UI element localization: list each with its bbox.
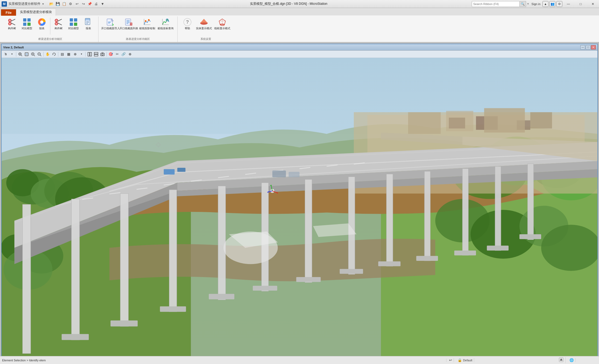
vt-view-toggle-btn[interactable]: ▤ — [59, 51, 65, 57]
ribbon-btn-pile-query[interactable]: 桩线坐标查询 — [157, 16, 174, 31]
qa-print-btn[interactable]: 🖨 — [93, 1, 99, 7]
svg-rect-22 — [70, 23, 73, 26]
svg-line-52 — [21, 55, 22, 56]
ribbon-btn-component-tree-2[interactable]: 构件树 — [52, 16, 65, 31]
report-label-2: 报表 — [86, 27, 91, 30]
vt-add2-btn[interactable]: ⊕ — [127, 51, 133, 57]
win-close-btn[interactable]: ✕ — [587, 0, 599, 8]
qa-saveas-btn[interactable]: 📋 — [61, 1, 67, 7]
status-seg-lock: 🔒 Default — [456, 358, 474, 362]
svg-point-6 — [9, 20, 11, 21]
tab-module[interactable]: 实景模型进度分析模块 — [16, 9, 56, 16]
svg-point-51 — [19, 53, 21, 55]
app-name-text: 实景模型进度分析软件 — [9, 2, 40, 6]
svg-rect-120 — [416, 256, 438, 261]
search-dropdown-btn[interactable]: ▼ — [527, 2, 529, 5]
svg-point-13 — [40, 20, 43, 24]
ribbon-btn-compare-model-1[interactable]: 对比模型 — [20, 16, 34, 31]
lock-icon: 🔒 — [458, 358, 462, 362]
tab-module-label: 实景模型进度分析模块 — [20, 10, 52, 14]
sign-in-button[interactable]: Sign in — [531, 2, 540, 6]
svg-rect-136 — [62, 334, 89, 340]
vt-section-btn[interactable]: ✂ — [114, 51, 120, 57]
app-name-dropdown[interactable]: ▼ — [42, 3, 44, 5]
win-restore-btn[interactable]: □ — [575, 0, 587, 8]
qa-pin-btn[interactable]: 📌 — [87, 1, 93, 7]
bridge-group-label: 桥梁进度分析功能区 — [5, 37, 95, 42]
ribbon-btn-report-1[interactable]: 报表 — [35, 16, 48, 31]
view-titlebar: View 2, Default — □ ✕ — [2, 44, 597, 51]
vt-zoom-out-btn[interactable] — [36, 51, 42, 57]
view-minimize-btn[interactable]: — — [580, 45, 585, 49]
svg-line-5 — [11, 23, 15, 25]
vt-zoom-window-btn[interactable] — [17, 51, 23, 57]
svg-rect-64 — [88, 52, 89, 56]
system-group-label: 系统设置 — [181, 37, 231, 42]
vt-view-more-btn[interactable]: ▼ — [79, 51, 84, 57]
qa-more-btn[interactable]: ▼ — [100, 1, 105, 7]
qa-icon4-btn[interactable]: ⚙ — [68, 1, 73, 7]
ribbon-btn-component-tree-1[interactable]: 构件树 — [5, 16, 19, 31]
status-text: Element Selection > Identify elem — [2, 359, 446, 362]
vt-grid-btn[interactable]: ▦ — [66, 51, 72, 57]
vt-link-btn[interactable]: 🔗 — [121, 51, 126, 57]
view-restore-btn[interactable]: □ — [586, 45, 590, 49]
settings-icon-btn[interactable]: ⚙ — [556, 1, 562, 7]
vt-target-btn[interactable]: 🎯 — [108, 51, 114, 57]
import-section-label: 开口线截面导入 — [101, 27, 120, 30]
ribbon-btn-solid-mode[interactable]: 实体显示模式 — [195, 16, 212, 31]
vt-rotate-btn[interactable] — [51, 51, 57, 57]
vt-add-view-btn[interactable]: ⊕ — [72, 51, 78, 57]
win-minimize-btn[interactable]: — — [562, 0, 575, 8]
qa-redo-btn[interactable]: ↪ — [80, 1, 86, 7]
vt-pan-btn[interactable]: ✋ — [45, 51, 51, 57]
scissors-icon-1 — [8, 18, 16, 26]
ribbon-btn-help[interactable]: ? 帮助 — [181, 16, 194, 31]
collapse-ribbon-btn[interactable]: ▲ — [543, 1, 548, 7]
svg-line-61 — [40, 55, 41, 56]
app-icon: M — [1, 1, 7, 7]
svg-rect-130 — [209, 294, 234, 299]
vt-sep-3 — [58, 52, 58, 57]
svg-line-46 — [168, 21, 169, 22]
help-icon-btn[interactable]: 👥 — [549, 1, 555, 7]
svg-rect-139 — [446, 111, 473, 131]
ribbon-btn-pile-projection[interactable]: 桩线投影绘制 — [138, 16, 156, 31]
qa-save-btn[interactable]: 💾 — [55, 1, 61, 7]
vt-camera-btn[interactable] — [100, 51, 105, 57]
svg-text:M: M — [3, 2, 6, 6]
report-label-1: 报表 — [39, 27, 44, 30]
svg-rect-140 — [484, 108, 525, 133]
tab-file[interactable]: File — [1, 9, 16, 16]
search-ribbon-button[interactable]: 🔍 — [520, 1, 526, 7]
ribbon: File 实景模型进度分析模块 — [0, 8, 599, 43]
ribbon-btn-section-list[interactable]: 开口线截面列表 — [120, 16, 137, 31]
svg-rect-128 — [253, 286, 277, 291]
ribbon-btn-import-section[interactable]: 开口线截面导入 — [102, 16, 119, 31]
ribbon-btn-compare-model-2[interactable]: 对比模型 — [66, 16, 81, 31]
status-bar: Element Selection > Identify elem ↩ 🔒 De… — [0, 356, 599, 364]
vt-fit-view-btn[interactable] — [24, 51, 30, 57]
ribbon-btn-report-2[interactable]: 报表 — [82, 16, 95, 31]
view-close-btn[interactable]: ✕ — [591, 45, 596, 49]
ribbon-btn-wireframe-mode[interactable]: 线框显示模式 — [214, 16, 231, 31]
scissors-icon-2 — [54, 18, 63, 26]
vt-cursor-down-btn[interactable]: ▼ — [9, 51, 15, 57]
svg-point-69 — [102, 54, 103, 55]
svg-rect-55 — [26, 53, 28, 55]
view-title-text: View 2, Default — [3, 46, 24, 49]
ribbon-content: 构件树 对比模型 — [0, 15, 599, 42]
view-content[interactable] — [2, 58, 597, 356]
top-right-icons: ▲ 👥 ⚙ — [543, 1, 562, 7]
qa-open-btn[interactable]: 📂 — [48, 1, 54, 7]
ribbon-group-road: 开口线截面导入 — [99, 16, 178, 42]
qa-undo-btn[interactable]: ↩ — [74, 1, 80, 7]
svg-point-19 — [56, 23, 57, 24]
vt-zoom-in-btn[interactable] — [30, 51, 36, 57]
search-ribbon-input[interactable] — [472, 1, 520, 7]
pile-projection-icon — [143, 18, 151, 26]
vt-split-h-btn[interactable] — [87, 51, 93, 57]
vt-split-v-btn[interactable] — [93, 51, 99, 57]
vt-cursor-btn[interactable]: 🖱 — [3, 51, 9, 57]
svg-rect-132 — [160, 306, 186, 312]
